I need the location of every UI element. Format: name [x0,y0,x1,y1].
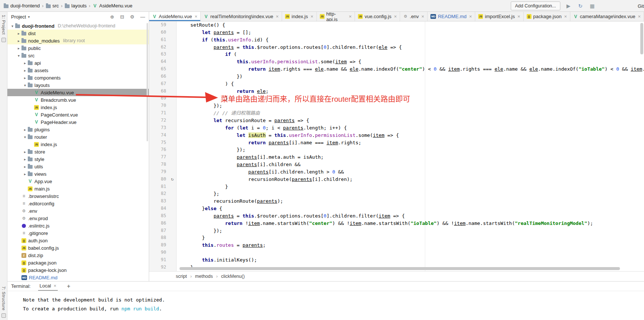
code-line-66[interactable]: 66 }) [149,73,644,80]
code-line-73[interactable]: 73 for (let i = 0; i < parents.length; i… [149,124,644,132]
code-line-62[interactable]: 62 parents = this.$router.options.routes… [149,44,644,51]
tab-index-js[interactable]: JSindex.js× [282,12,317,21]
code-line-89[interactable]: 89 this.routes = parents; [149,242,644,249]
code-line-63[interactable]: 63 if ( [149,51,644,58]
close-icon[interactable]: × [349,14,352,19]
settings-icon[interactable]: ⚙ [130,14,134,20]
project-tool-icon[interactable] [1,38,6,42]
tab-importexcel-js[interactable]: JSimportExcel.js× [475,12,524,21]
code-line-81[interactable]: 81 } [149,183,644,191]
tree-item-breadcrumb-vue[interactable]: VBreadcrumb.vue [7,96,149,104]
tree-item-assets[interactable]: ▸assets [7,67,149,74]
breadcrumb-item-duoji-frontend[interactable]: duoji-frontend [4,3,40,9]
code-line-83[interactable]: 83 recursionRoute(parents); [149,198,644,205]
tree-toggle-icon[interactable]: ▾ [22,135,28,139]
editor-breadcrumb-item-script[interactable]: script [176,274,187,279]
tree-toggle-icon[interactable]: ▾ [16,54,21,58]
structure-stripe-button[interactable]: 7: Structure [1,286,6,310]
code-line-78[interactable]: 78 parents[i].children && [149,161,644,168]
close-icon[interactable]: × [564,14,567,19]
chevron-down-icon[interactable]: ▾ [28,15,30,19]
tree-item-asidemenu-vue[interactable]: VAsideMenu.vue [7,89,149,96]
close-icon[interactable]: × [517,14,520,19]
code-line-91[interactable]: 91 this.initialKeys(); [149,256,644,264]
editor-breadcrumb-item-clickmenu[interactable]: clickMenu() [221,274,245,279]
code-line-60[interactable]: 60 let parents = []; [149,29,644,36]
tree-toggle-icon[interactable]: ▸ [16,46,21,50]
code-line-59[interactable]: 59 setRoute() { [149,21,644,29]
tree-item-auth-json[interactable]: {}auth.json [7,237,149,244]
tree-item-main-js[interactable]: JSmain.js [7,185,149,192]
tree-item-browserslistrc[interactable]: ≡.browserslistrc [7,192,149,200]
editor-breadcrumb-item-methods[interactable]: methods [195,274,213,279]
tree-item-gitignore[interactable]: ≡.gitignore [7,229,149,237]
tree-item-public[interactable]: ▸public [7,44,149,52]
code-line-64[interactable]: 64 this.userInfo.permissionList.some(ite… [149,58,644,65]
tree-item-env-prod[interactable]: ⚙.env.prod [7,215,149,222]
tree-item-api[interactable]: ▸api [7,59,149,67]
locate-file-icon[interactable]: ⊕ [110,14,114,20]
breadcrumb-item-layouts[interactable]: layouts [65,3,87,9]
tree-item-duoji-frontend[interactable]: ▾duoji-frontendD:\zheheWeb\duoji-fronten… [7,22,149,30]
code-line-82[interactable]: 82 }; [149,190,644,198]
tree-item-layouts[interactable]: ▾layouts [7,81,149,89]
tab-cameramanage-index-vue[interactable]: VcameraManage\index.vue× [570,12,644,21]
project-stripe-button[interactable]: 1: Project [1,15,6,35]
tree-toggle-icon[interactable]: ▸ [16,31,21,36]
tree-item-babel-config-js[interactable]: JSbabel.config.js [7,244,149,252]
tree-item-components[interactable]: ▸components [7,74,149,81]
code-editor[interactable]: 59 setRoute() {60 let parents = [];61 if… [149,21,644,271]
horizontal-scrollbar[interactable] [180,267,620,270]
code-line-71[interactable]: 71 // // 递归权限路由 [149,110,644,117]
project-panel-title[interactable]: Project [11,14,26,20]
tree-item-package-json[interactable]: {}package.json [7,259,149,266]
close-icon[interactable]: × [394,14,397,19]
code-line-61[interactable]: 61 if (this.userInfo.id) { [149,36,644,44]
code-line-76[interactable]: 76 }); [149,146,644,154]
tab-asidemenu-vue[interactable]: VAsideMenu.vue× [149,12,201,21]
tab-readme-md[interactable]: MDREADME.md× [427,12,475,21]
tree-toggle-icon[interactable]: ▸ [22,157,28,161]
tree-item-index-js[interactable]: JSindex.js [7,141,149,148]
close-icon[interactable]: × [422,14,425,19]
code-line-90[interactable]: 90 [149,249,644,256]
tree-toggle-icon[interactable]: ▸ [22,61,28,65]
close-icon[interactable]: × [54,283,57,289]
tree-item-env[interactable]: ⚙.env [7,207,149,215]
tree-item-readme-md[interactable]: MDREADME.md [7,274,149,281]
code-line-75[interactable]: 75 return parents[i].name === item.right… [149,139,644,146]
project-tree-scrollbar[interactable] [147,23,148,141]
new-terminal-icon[interactable]: + [65,283,72,290]
tree-item-pageheader-vue[interactable]: VPageHeader.vue [7,118,149,126]
tree-item-style[interactable]: ▸style [7,155,149,163]
tree-item-node-modules[interactable]: ▸node_moduleslibrary root [7,37,149,44]
tree-item-store[interactable]: ▸store [7,148,149,155]
tree-item-router[interactable]: ▾router [7,133,149,141]
code-line-86[interactable]: 86 return !item.name.startsWith("center"… [149,220,644,227]
code-line-85[interactable]: 85 parents = this.$router.options.routes… [149,212,644,220]
tree-toggle-icon[interactable]: ▸ [22,150,28,154]
tree-item-eslintrc-js[interactable]: .eslintrc.js [7,222,149,229]
tree-item-src[interactable]: ▾src [7,52,149,59]
vertical-scrollbar[interactable] [640,23,643,54]
tree-item-package-lock-json[interactable]: {}package-lock.json [7,266,149,274]
tree-item-plugins[interactable]: ▸plugins [7,126,149,133]
terminal-tool-icon[interactable] [1,313,6,318]
grid-icon[interactable]: ▦ [588,3,596,9]
tree-item-dist[interactable]: ▸dist [7,30,149,37]
tree-item-dist-zip[interactable]: Zdist.zip [7,252,149,259]
terminal-tab-local[interactable]: Local × [38,282,58,291]
tab-realtimemonitoring-index-vue[interactable]: VrealTimeMonitoring\index.vue× [201,12,282,21]
run-icon[interactable]: ▶ [565,3,572,9]
tab-vue-config-js[interactable]: JSvue.config.js× [355,12,400,21]
close-icon[interactable]: × [195,14,198,19]
code-line-74[interactable]: 74 let isAuth = this.userInfo.permission… [149,132,644,139]
tree-item-views[interactable]: ▸views [7,170,149,178]
tree-item-index-js[interactable]: JSindex.js [7,104,149,111]
code-line-80[interactable]: 80↻ recursionRoute(parents[i].children); [149,176,644,183]
tree-item-pagecontent-vue[interactable]: VPageContent.vue [7,111,149,118]
close-icon[interactable]: × [276,14,279,19]
code-line-65[interactable]: 65 return item.rights === ele.name && el… [149,65,644,73]
collapse-all-icon[interactable]: ⊟ [120,14,124,20]
code-line-88[interactable]: 88 } [149,234,644,242]
